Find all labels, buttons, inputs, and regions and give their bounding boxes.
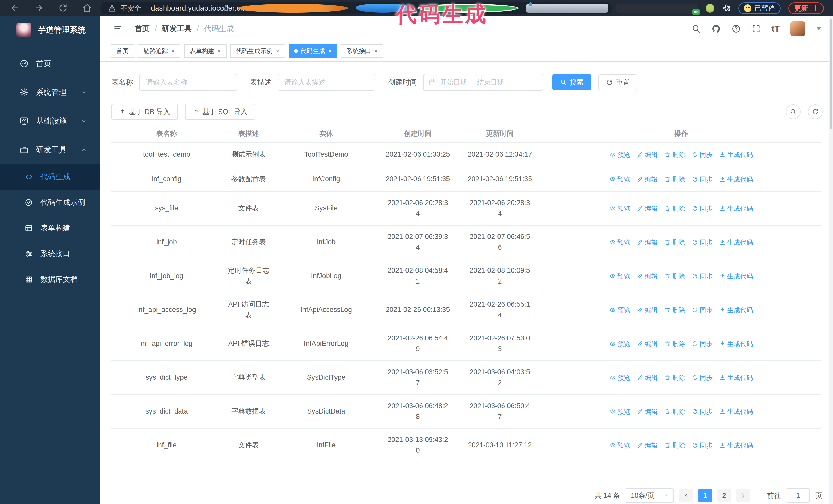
action-eye-link[interactable]: 预览 bbox=[610, 339, 630, 349]
action-eye-link[interactable]: 预览 bbox=[610, 237, 630, 247]
tab[interactable]: 首页 bbox=[111, 44, 134, 58]
action-sync-link[interactable]: 同步 bbox=[692, 271, 713, 281]
date-start-placeholder[interactable]: 开始日期 bbox=[440, 78, 467, 87]
action-sync-link[interactable]: 同步 bbox=[692, 440, 713, 450]
action-download-link[interactable]: 生成代码 bbox=[719, 150, 753, 160]
sidebar-item[interactable]: 系统管理 bbox=[0, 78, 100, 106]
scrollbar-thumb[interactable] bbox=[830, 19, 832, 129]
breadcrumb-item[interactable]: 首页 bbox=[135, 24, 150, 34]
action-eye-link[interactable]: 预览 bbox=[610, 373, 630, 383]
github-icon[interactable] bbox=[712, 24, 721, 33]
action-eye-link[interactable]: 预览 bbox=[610, 203, 630, 214]
sidebar-subitem[interactable]: 表单构建 bbox=[0, 215, 100, 241]
action-trash-link[interactable]: 删除 bbox=[664, 440, 685, 450]
help-icon[interactable] bbox=[732, 24, 741, 33]
action-pen-link[interactable]: 编辑 bbox=[637, 339, 658, 349]
action-trash-link[interactable]: 删除 bbox=[664, 339, 685, 349]
action-sync-link[interactable]: 同步 bbox=[692, 339, 713, 349]
action-pen-link[interactable]: 编辑 bbox=[637, 407, 658, 416]
font-size-icon[interactable]: tT bbox=[771, 24, 780, 33]
page-size-select[interactable]: 10条/页 bbox=[626, 488, 674, 503]
browser-menu-icon[interactable]: ⋮ bbox=[812, 5, 819, 12]
action-sync-link[interactable]: 同步 bbox=[692, 305, 713, 315]
tab[interactable]: 代码生成× bbox=[289, 44, 337, 58]
action-pen-link[interactable]: 编辑 bbox=[637, 373, 658, 383]
sidebar-subitem[interactable]: 数据库文档 bbox=[0, 267, 100, 292]
extension-icon[interactable]: on bbox=[616, 4, 698, 13]
action-trash-link[interactable]: 删除 bbox=[664, 174, 685, 184]
close-tab-icon[interactable]: × bbox=[171, 47, 175, 55]
sidebar-item[interactable]: 研发工具 bbox=[0, 135, 100, 164]
import-sql-button[interactable]: 基于 SQL 导入 bbox=[185, 103, 255, 120]
search-icon[interactable] bbox=[691, 24, 701, 33]
action-trash-link[interactable]: 删除 bbox=[664, 407, 685, 416]
action-trash-link[interactable]: 删除 bbox=[664, 271, 685, 281]
close-tab-icon[interactable]: × bbox=[276, 47, 279, 55]
tab[interactable]: 代码生成示例× bbox=[230, 44, 285, 58]
action-sync-link[interactable]: 同步 bbox=[692, 373, 713, 383]
action-download-link[interactable]: 生成代码 bbox=[719, 407, 753, 416]
tab[interactable]: 表单构建× bbox=[184, 44, 227, 58]
close-tab-icon[interactable]: × bbox=[217, 47, 221, 55]
action-eye-link[interactable]: 预览 bbox=[610, 440, 630, 450]
date-range-picker[interactable]: 开始日期 - 结束日期 bbox=[423, 74, 543, 91]
back-icon[interactable] bbox=[10, 3, 20, 13]
table-name-input[interactable] bbox=[139, 74, 237, 91]
next-page-button[interactable] bbox=[736, 489, 750, 502]
chevron-down-icon[interactable] bbox=[816, 27, 822, 30]
prev-page-button[interactable] bbox=[680, 489, 693, 502]
action-pen-link[interactable]: 编辑 bbox=[637, 150, 658, 160]
search-button[interactable]: 搜索 bbox=[552, 74, 591, 91]
action-download-link[interactable]: 生成代码 bbox=[719, 440, 753, 450]
action-trash-link[interactable]: 删除 bbox=[664, 373, 685, 383]
sidebar-subitem[interactable]: 系统接口 bbox=[0, 241, 100, 267]
extensions-puzzle-icon[interactable] bbox=[722, 4, 731, 13]
tab[interactable]: 系统接口× bbox=[341, 44, 383, 58]
action-download-link[interactable]: 生成代码 bbox=[719, 305, 753, 315]
action-pen-link[interactable]: 编辑 bbox=[637, 440, 658, 450]
browser-update-button[interactable]: 更新 ⋮ bbox=[788, 2, 824, 14]
bookmark-star-icon[interactable] bbox=[221, 4, 230, 13]
sidebar-item[interactable]: 基础设施 bbox=[0, 106, 100, 135]
user-avatar[interactable] bbox=[790, 21, 805, 36]
action-eye-link[interactable]: 预览 bbox=[610, 407, 630, 416]
toggle-search-button[interactable] bbox=[786, 104, 801, 119]
breadcrumb-item[interactable]: 研发工具 bbox=[162, 24, 192, 34]
sidebar-item[interactable]: 首页 bbox=[0, 49, 100, 78]
close-tab-icon[interactable]: × bbox=[374, 47, 378, 55]
sidebar-subitem[interactable]: 代码生成示例 bbox=[0, 190, 100, 215]
action-sync-link[interactable]: 同步 bbox=[692, 203, 713, 214]
action-trash-link[interactable]: 删除 bbox=[664, 203, 685, 214]
extension-icon[interactable] bbox=[526, 4, 608, 13]
date-end-placeholder[interactable]: 结束日期 bbox=[477, 78, 504, 87]
extension-icon[interactable] bbox=[356, 4, 410, 13]
extension-icon[interactable] bbox=[417, 4, 519, 13]
goto-page-input[interactable] bbox=[787, 488, 810, 503]
forward-icon[interactable] bbox=[34, 3, 44, 13]
action-sync-link[interactable]: 同步 bbox=[692, 174, 713, 184]
action-download-link[interactable]: 生成代码 bbox=[719, 237, 753, 247]
fullscreen-icon[interactable] bbox=[752, 24, 761, 33]
action-trash-link[interactable]: 删除 bbox=[664, 150, 685, 160]
action-sync-link[interactable]: 同步 bbox=[692, 407, 713, 416]
action-download-link[interactable]: 生成代码 bbox=[719, 373, 753, 383]
action-eye-link[interactable]: 预览 bbox=[610, 174, 630, 184]
page-button[interactable]: 1 bbox=[698, 489, 712, 502]
action-trash-link[interactable]: 删除 bbox=[664, 305, 685, 315]
action-eye-link[interactable]: 预览 bbox=[610, 271, 630, 281]
extension-icon[interactable] bbox=[238, 4, 348, 13]
action-pen-link[interactable]: 编辑 bbox=[637, 237, 658, 247]
logo-row[interactable]: 芋道管理系统 bbox=[0, 17, 100, 43]
action-trash-link[interactable]: 删除 bbox=[664, 237, 685, 247]
page-scrollbar[interactable] bbox=[829, 17, 833, 504]
action-eye-link[interactable]: 预览 bbox=[610, 305, 630, 315]
action-download-link[interactable]: 生成代码 bbox=[719, 271, 753, 281]
action-download-link[interactable]: 生成代码 bbox=[719, 339, 753, 349]
profile-paused-badge[interactable]: 已暂停 bbox=[738, 2, 781, 14]
action-download-link[interactable]: 生成代码 bbox=[719, 203, 753, 214]
security-label[interactable]: 不安全 bbox=[120, 4, 141, 13]
import-db-button[interactable]: 基于 DB 导入 bbox=[112, 103, 178, 120]
reset-button[interactable]: 重置 bbox=[598, 74, 638, 91]
hamburger-icon[interactable] bbox=[113, 24, 122, 33]
home-icon[interactable] bbox=[82, 3, 92, 13]
